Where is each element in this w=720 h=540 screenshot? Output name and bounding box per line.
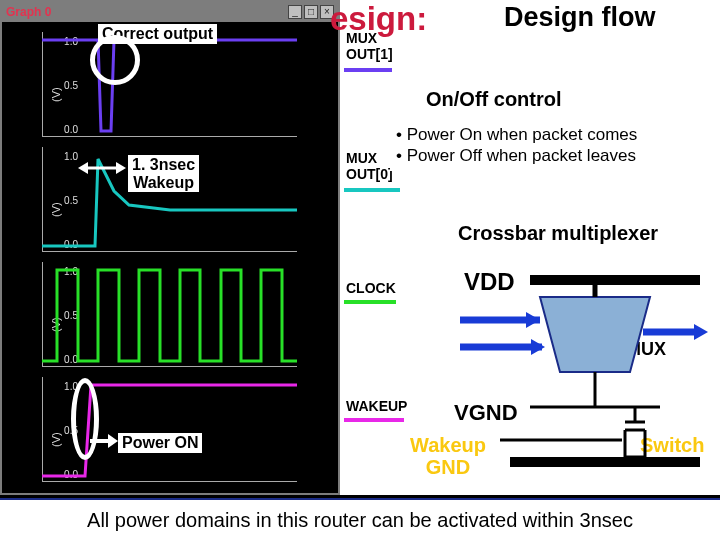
onoff-box: • Power On when packet comes • Power Off… bbox=[390, 120, 712, 171]
graph-titlebar[interactable]: Graph 0 _ □ × bbox=[2, 2, 338, 22]
subheading: Design flow bbox=[500, 2, 660, 33]
trace-muxout1 bbox=[42, 32, 297, 137]
subplot-muxout1: (V) 0.0 0.5 1.0 bbox=[42, 32, 297, 137]
right-panel: esign: Design flow On/Off control • Powe… bbox=[340, 0, 720, 495]
plot-area: (V) 0.0 0.5 1.0 (V) 0.0 0.5 1.0 (V) 0.0 … bbox=[2, 22, 338, 493]
highlight-ellipse-edge bbox=[71, 378, 99, 460]
mux-diagram bbox=[390, 262, 710, 477]
svg-marker-2 bbox=[116, 162, 126, 174]
highlight-circle-glitch bbox=[90, 35, 140, 85]
trace-clock bbox=[42, 262, 297, 367]
crossbar-header: Crossbar multiplexer bbox=[450, 220, 666, 247]
onoff-bullet-2: Power Off when packet leaves bbox=[407, 146, 636, 165]
svg-marker-10 bbox=[526, 312, 540, 328]
svg-marker-12 bbox=[531, 339, 545, 355]
annotation-power-on: Power ON bbox=[118, 433, 202, 453]
svg-marker-7 bbox=[540, 297, 650, 372]
double-arrow-icon bbox=[78, 158, 126, 178]
min-button[interactable]: _ bbox=[288, 5, 302, 19]
svg-marker-4 bbox=[108, 434, 118, 448]
subplot-clock: (V) 0.0 0.5 1.0 bbox=[42, 262, 297, 367]
svg-marker-1 bbox=[78, 162, 88, 174]
svg-marker-14 bbox=[694, 324, 708, 340]
onoff-header: On/Off control bbox=[418, 88, 570, 111]
graph-title: Graph 0 bbox=[6, 5, 286, 19]
max-button[interactable]: □ bbox=[304, 5, 318, 19]
annotation-wakeup-time: 1. 3nsec Wakeup bbox=[128, 155, 199, 192]
graph-window: Graph 0 _ □ × (V) 0.0 0.5 1.0 (V) 0.0 0.… bbox=[0, 0, 340, 495]
onoff-bullet-1: Power On when packet comes bbox=[407, 125, 638, 144]
heading-fragment: esign: bbox=[330, 0, 427, 38]
bottom-summary: All power domains in this router can be … bbox=[0, 498, 720, 540]
